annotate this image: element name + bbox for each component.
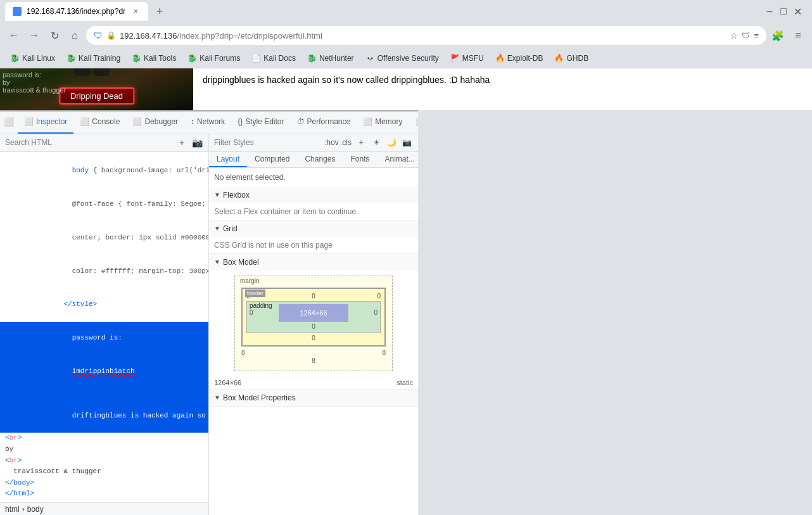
tab-close-button[interactable]: × [130,6,141,16]
border-right-val: 0 [377,293,381,300]
close-button[interactable]: ✕ [793,7,802,16]
maximize-button[interactable]: □ [779,7,788,16]
nav-right-buttons: 🧩 ≡ [769,27,807,44]
box-size-info: 1264×66 static [209,376,418,389]
padding-left-val: 0 [250,309,253,316]
css-prop: body [72,167,89,174]
breadcrumb-separator: › [22,505,25,514]
bookmark-label: NetHunter [319,54,354,63]
bookmark-msfu[interactable]: 🚩 MSFU [445,53,489,64]
offensive-security-icon: 💀 [365,54,375,63]
devtools-panel: ⬜ ⬜ Inspector ⬜ Console ⬜ Debugger ↕ Net… [0,110,418,515]
box-model-header[interactable]: ▼ Box Model [209,254,418,270]
tab-favicon [13,7,22,16]
bookmark-label: Kali Training [79,54,120,63]
add-node-button[interactable]: + [175,136,188,149]
reload-button[interactable]: ↻ [46,27,63,44]
html-line-css3: center; border: 1px solid #000000; font-… [0,221,208,255]
box-model-section: ▼ Box Model margin 8 [209,254,418,390]
bookmarks-bar: 🐉 Kali Linux 🐉 Kali Training 🐉 Kali Tool… [0,48,812,68]
flexbox-header[interactable]: ▼ Flexbox [209,187,418,203]
home-button[interactable]: ⌂ [66,27,84,44]
window-controls: – □ ✕ [765,7,807,16]
animations-tab[interactable]: Animat... [377,152,418,167]
console-tab-label: Console [92,117,120,126]
screenshot-styles-button[interactable]: 📷 [400,136,413,149]
selected-block: password is: imdrippinbiatch driftingblu… [0,322,208,433]
bookmark-nethunter[interactable]: 🐉 NetHunter [302,53,359,64]
devtools-tab-performance[interactable]: ⏱ Performance [291,111,357,134]
html-line-html-close: </html> [0,488,208,500]
box-model-properties-header[interactable]: ▼ Box Model Properties [209,390,418,406]
add-rule-button[interactable]: + [355,136,367,149]
authors-line: travisscott & thugger [13,467,101,475]
screenshot-button[interactable]: 📷 [191,136,203,149]
content-dimensions: 1264×66 [300,309,327,317]
flexbox-content: Select a Flex container or item to conti… [209,203,418,220]
devtools-tab-storage[interactable]: ⬜ Storage [409,111,418,134]
bookmark-kali-linux[interactable]: 🐉 Kali Linux [5,53,60,64]
padding-bottom-val: 0 [312,323,315,330]
bookmark-kali-docs[interactable]: 📄 Kali Docs [246,53,301,64]
padding-label: padding [250,302,272,309]
new-tab-button[interactable]: + [151,3,168,20]
grid-message: CSS Grid is not in use on this page [214,241,333,250]
forward-button[interactable]: → [25,27,43,44]
bookmark-kali-forums[interactable]: 🐉 Kali Forums [182,53,245,64]
element-position: static [396,379,413,386]
margin-right-val: 8 [382,349,386,356]
devtools-tab-network[interactable]: ↕ Network [184,111,231,134]
filter-styles-input[interactable] [214,138,322,147]
bookmark-kali-tools[interactable]: 🐉 Kali Tools [127,53,181,64]
address-icons: ☆ 🛡 ≡ [730,31,759,41]
element-dimensions: 1264×66 [214,379,241,386]
html-line-css1: body { background-image: url('drippin.jp… [0,155,208,188]
box-model-arrow-icon: ▼ [214,258,220,265]
devtools-tab-style-editor[interactable]: {} Style Editor [231,111,290,134]
computed-tab[interactable]: Computed [247,152,297,167]
dripping-dead-button[interactable]: Dripping Dead [59,87,134,105]
webpage-text-area: drippingblues is hacked again so it's no… [193,68,812,110]
grid-header[interactable]: ▼ Grid [209,220,418,237]
console-tab-icon: ⬜ [80,117,89,126]
devtools-tab-console[interactable]: ⬜ Console [73,111,126,134]
browser-tab[interactable]: 192.168.47.136/index.php?dr × [5,2,148,21]
border-top-val: 0 [312,293,315,300]
back-button[interactable]: ← [5,27,23,44]
bmp-arrow-icon: ▼ [214,394,220,401]
html-line-hacked: driftingblues is hacked again so it's no… [0,400,208,433]
changes-tab[interactable]: Changes [297,152,343,167]
breadcrumb-html[interactable]: html [5,505,20,514]
bookmark-offensive-security[interactable]: 💀 Offensive Security [360,53,444,64]
minimize-button[interactable]: – [765,7,774,16]
extensions-button[interactable]: 🧩 [769,27,787,44]
bookmark-kali-training[interactable]: 🐉 Kali Training [61,53,125,64]
devtools-tab-inspector[interactable]: ⬜ Inspector [18,111,73,134]
html-search-input[interactable] [5,138,173,147]
html-line-css2: @font-face { font-family: Segoe; src: ur… [0,188,208,221]
debugger-tab-icon: ⬜ [132,117,142,126]
kali-docs-icon: 📄 [251,54,261,63]
bookmark-exploit-db[interactable]: 🔥 Exploit-DB [490,53,549,64]
styles-panel: :hov .cls + ☀ 🌙 📷 Layout Computed Change… [209,134,418,515]
bookmark-star-icon[interactable]: ☆ [730,31,738,41]
msfu-icon: 🚩 [450,54,460,63]
menu-icon[interactable]: ≡ [754,31,759,41]
page-overlay-text: password is: by travisscott & thugger [3,71,66,94]
hover-button[interactable]: :hov [324,136,337,149]
light-mode-button[interactable]: ☀ [370,136,383,149]
bookmark-ghdb[interactable]: 🔥 GHDB [549,53,593,64]
devtools-tab-memory[interactable]: ⬜ Memory [357,111,409,134]
debugger-tab-label: Debugger [144,117,178,126]
main-menu-button[interactable]: ≡ [789,27,807,44]
devtools-tab-debugger[interactable]: ⬜ Debugger [126,111,184,134]
class-button[interactable]: .cls [339,136,352,149]
devtools-tab-pick[interactable]: ⬜ [0,111,18,134]
layout-tab[interactable]: Layout [209,152,247,167]
dark-mode-button[interactable]: 🌙 [385,136,398,149]
styles-tabs: Layout Computed Changes Fonts Animat... [209,152,418,168]
breadcrumb-body[interactable]: body [27,505,44,514]
address-bar[interactable]: 🛡 🔒 192.168.47.136/index.php?drip=/etc/d… [86,26,766,45]
fonts-tab[interactable]: Fonts [343,152,377,167]
bookmark-label: Kali Forums [200,54,240,63]
